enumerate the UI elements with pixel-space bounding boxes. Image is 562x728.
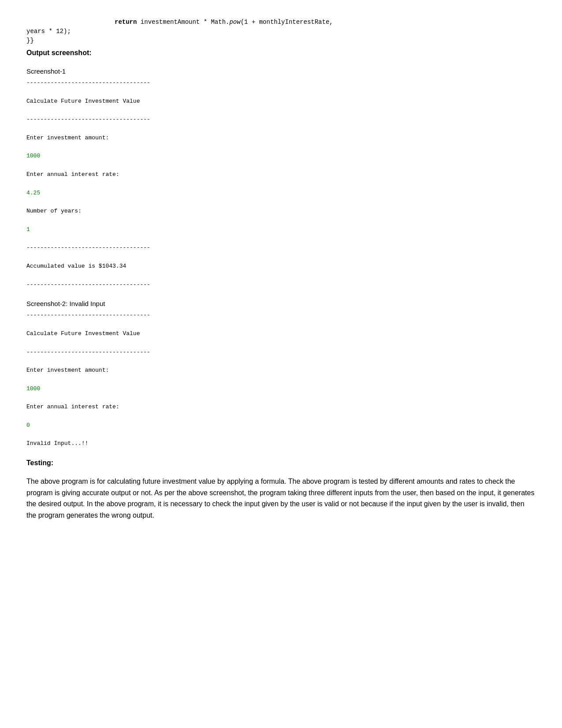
code-pow: pow	[229, 19, 240, 26]
code-line-1: return investmentAmount * Math.pow(1 + m…	[26, 18, 536, 27]
terminal-s2-divider-1: ------------------------------------	[26, 311, 536, 320]
code-end-1: (1 + monthlyInterestRate,	[241, 19, 333, 26]
terminal-s2-value-rate: 0	[26, 421, 536, 430]
screenshot-1-label: Screenshot-1	[26, 67, 536, 75]
terminal-s2-invalid: Invalid Input...!!	[26, 439, 536, 448]
terminal-prompt-amount-1: Enter investment amount:	[26, 134, 536, 143]
terminal-divider-4: ------------------------------------	[26, 280, 536, 290]
terminal-value-years-1: 1	[26, 225, 536, 235]
terminal-s2-prompt-rate: Enter annual interest rate:	[26, 403, 536, 412]
terminal-prompt-rate-1: Enter annual interest rate:	[26, 170, 536, 179]
terminal-title-1: Calculate Future Investment Value	[26, 97, 536, 106]
screenshots-container: Screenshot-1 ---------------------------…	[26, 67, 536, 448]
terminal-divider-1: ------------------------------------	[26, 78, 536, 88]
terminal-s2-value-amount: 1000	[26, 385, 536, 394]
code-rest-1: investmentAmount * Math.	[137, 19, 229, 26]
code-line-3: }}	[26, 36, 536, 45]
testing-heading: Testing:	[26, 459, 536, 467]
screenshot-1-block: Screenshot-1 ---------------------------…	[26, 67, 536, 289]
terminal-s2-title: Calculate Future Investment Value	[26, 329, 536, 339]
terminal-prompt-years-1: Number of years:	[26, 207, 536, 216]
testing-section: Testing: The above program is for calcul…	[26, 459, 536, 521]
keyword-return: return	[115, 19, 137, 26]
code-block: return investmentAmount * Math.pow(1 + m…	[26, 18, 536, 45]
terminal-divider-3: ------------------------------------	[26, 243, 536, 253]
screenshot-2-label: Screenshot-2: Invalid Input	[26, 300, 536, 307]
code-line-2: years * 12);	[26, 27, 536, 36]
screenshot-1-terminal: ------------------------------------ Cal…	[26, 78, 536, 289]
terminal-result-1: Accumulated value is $1043.34	[26, 262, 536, 271]
terminal-s2-prompt-amount: Enter investment amount:	[26, 366, 536, 375]
testing-paragraph: The above program is for calculating fut…	[26, 476, 536, 521]
terminal-s2-divider-2: ------------------------------------	[26, 348, 536, 357]
terminal-value-rate-1: 4.25	[26, 189, 536, 198]
screenshot-2-block: Screenshot-2: Invalid Input ------------…	[26, 300, 536, 448]
screenshot-2-terminal: ------------------------------------ Cal…	[26, 311, 536, 448]
terminal-value-amount-1: 1000	[26, 152, 536, 161]
output-heading: Output screenshot:	[26, 49, 536, 57]
terminal-divider-2: ------------------------------------	[26, 115, 536, 124]
